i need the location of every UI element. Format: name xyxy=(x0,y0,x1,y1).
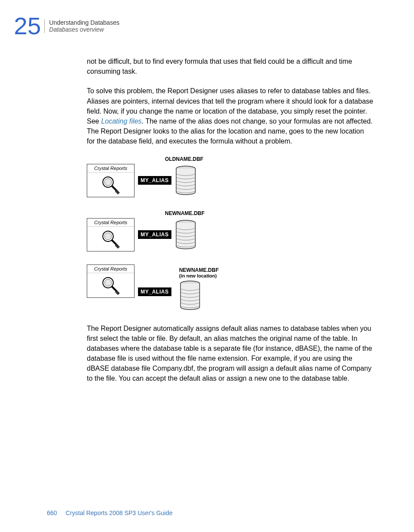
paragraph-2: To solve this problem, the Report Design… xyxy=(87,86,373,146)
crystal-reports-box: Crystal Reports xyxy=(87,218,135,251)
magnifier-icon xyxy=(100,275,121,296)
dbname-label-2: NEWNAME.DBF xyxy=(165,210,373,216)
magnifier-icon xyxy=(100,228,121,249)
crystal-reports-label: Crystal Reports xyxy=(87,164,134,173)
alias-tag: MY_ALIAS xyxy=(138,287,171,296)
crystal-reports-label: Crystal Reports xyxy=(87,265,134,273)
alias-tag: MY_ALIAS xyxy=(138,230,171,239)
page-subtitle: Databases overview xyxy=(49,26,119,33)
chapter-number: 25 xyxy=(14,14,41,38)
locating-files-link[interactable]: Locating files xyxy=(101,117,141,125)
dbname-sublabel-3: (in new location) xyxy=(179,273,219,278)
database-cylinder-icon xyxy=(175,165,197,196)
figure-alias-newlocation: Crystal Reports MY_ALIAS NEWNAME.DBF (in… xyxy=(87,264,373,310)
alias-tag: MY_ALIAS xyxy=(138,176,171,185)
page-header: 25 Understanding Databases Databases ove… xyxy=(14,14,119,38)
svg-point-1 xyxy=(105,179,112,186)
crystal-reports-box: Crystal Reports xyxy=(87,164,135,197)
dbname-label-3: NEWNAME.DBF xyxy=(179,267,219,273)
page-title: Understanding Databases xyxy=(49,19,119,26)
crystal-reports-box: Crystal Reports xyxy=(87,264,135,298)
paragraph-3: The Report Designer automatically assign… xyxy=(87,323,373,384)
svg-point-11 xyxy=(105,279,112,286)
header-titles: Understanding Databases Databases overvi… xyxy=(44,19,119,33)
dbname-label-1: OLDNAME.DBF xyxy=(165,156,373,162)
footer-guide-title: Crystal Reports 2008 SP3 User's Guide xyxy=(66,509,172,516)
database-cylinder-icon xyxy=(175,219,197,250)
page-footer: 660 Crystal Reports 2008 SP3 User's Guid… xyxy=(47,509,172,516)
crystal-reports-label: Crystal Reports xyxy=(87,219,134,227)
svg-point-6 xyxy=(105,233,112,240)
main-content: not be difficult, but to find every form… xyxy=(87,56,373,393)
paragraph-1: not be difficult, but to find every form… xyxy=(87,56,373,76)
figure-alias-newname: NEWNAME.DBF Crystal Reports MY_ALIAS xyxy=(87,210,373,251)
magnifier-icon xyxy=(100,174,121,195)
database-cylinder-icon xyxy=(179,280,201,310)
page-number: 660 xyxy=(47,509,57,516)
figure-alias-oldname: OLDNAME.DBF Crystal Reports MY_ALIAS xyxy=(87,156,373,197)
